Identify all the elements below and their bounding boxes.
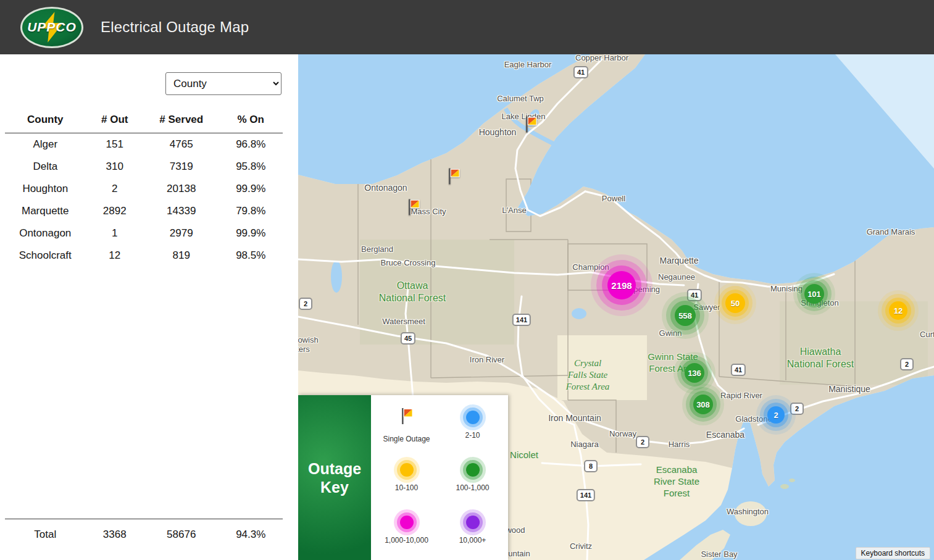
outage-cluster[interactable]: 308 bbox=[693, 395, 713, 414]
table-cell: Ontonagon bbox=[5, 222, 86, 244]
outage-cluster[interactable]: 12 bbox=[889, 301, 907, 320]
total-label: Total bbox=[5, 529, 86, 541]
route-shield: 2 bbox=[790, 403, 804, 415]
map-town-label: untain bbox=[508, 549, 530, 558]
logo-text: UPPCO bbox=[27, 20, 77, 35]
map-forest-label: Nicolet bbox=[510, 449, 538, 461]
map-town-label: Calumet Twp bbox=[497, 94, 544, 103]
legend-title: Outage Key bbox=[306, 459, 363, 496]
map-town-label: Niagara bbox=[570, 440, 599, 449]
table-cell: Alger bbox=[5, 133, 86, 156]
legend-items: Single Outage2-1010-100100-1,0001,000-10… bbox=[371, 395, 508, 560]
cluster-circle-icon bbox=[466, 463, 480, 477]
table-row: Houghton22013899.9% bbox=[5, 178, 283, 200]
map-town-label: Copper Harbor bbox=[575, 54, 628, 62]
cluster-circle-icon bbox=[466, 411, 480, 424]
map-town-label: Norway bbox=[609, 429, 636, 438]
route-shield: 41 bbox=[573, 66, 588, 78]
map-town-label: Rapid River bbox=[720, 391, 762, 400]
app-header: UPPCO Electrical Outage Map bbox=[0, 0, 934, 54]
map-town-label: owish bbox=[298, 335, 319, 345]
table-cell: 2 bbox=[86, 178, 144, 200]
legend-item-label: 10,000+ bbox=[459, 536, 486, 545]
outage-cluster[interactable]: 136 bbox=[685, 363, 704, 383]
map-town-label: Manistique bbox=[828, 384, 870, 394]
route-shield: 41 bbox=[731, 364, 746, 376]
total-served: 58676 bbox=[144, 529, 219, 541]
map-town-label: Houghton bbox=[479, 127, 517, 137]
table-row: Alger151476596.8% bbox=[5, 133, 283, 156]
legend-item: 2-10 bbox=[440, 399, 506, 451]
uppco-logo: UPPCO bbox=[20, 7, 83, 48]
map-town-label: Powell bbox=[602, 194, 625, 203]
table-row: Ontonagon1297999.9% bbox=[5, 222, 283, 244]
col-header-served: # Served bbox=[144, 110, 219, 133]
outage-table: County # Out # Served % On Alger15147659… bbox=[5, 110, 283, 267]
map-forest-label: EscanabaRiver StateForest bbox=[654, 464, 699, 499]
table-cell: Marquette bbox=[5, 200, 86, 222]
table-cell: 99.9% bbox=[219, 178, 283, 200]
table-cell: 98.5% bbox=[219, 244, 283, 267]
legend-item-label: 2-10 bbox=[465, 431, 480, 440]
map-town-label: Bergland bbox=[361, 244, 393, 254]
table-cell: 2979 bbox=[144, 222, 219, 244]
map-forest-label: OttawaNational Forest bbox=[379, 280, 446, 304]
col-header-out: # Out bbox=[86, 110, 144, 133]
keyboard-shortcuts-button[interactable]: Keyboard shortcuts bbox=[856, 547, 930, 559]
route-shield: 141 bbox=[577, 489, 595, 501]
outage-cluster[interactable]: 558 bbox=[675, 305, 696, 326]
total-row: Total 3368 58676 94.3% bbox=[5, 519, 283, 541]
single-outage-flag[interactable] bbox=[406, 198, 422, 219]
legend-item: 10,000+ bbox=[440, 504, 506, 556]
route-shield: 141 bbox=[512, 314, 531, 326]
legend-item: Single Outage bbox=[373, 399, 440, 451]
table-cell: 12 bbox=[86, 244, 144, 267]
single-outage-flag[interactable] bbox=[523, 115, 539, 136]
col-header-pct-on: % On bbox=[219, 110, 283, 133]
map-forest-label: HiawathaNational Forest bbox=[787, 346, 854, 370]
cluster-circle-icon bbox=[466, 516, 480, 529]
table-cell: 4765 bbox=[144, 133, 219, 156]
outage-cluster[interactable]: 101 bbox=[804, 284, 824, 304]
outage-cluster[interactable]: 2198 bbox=[607, 271, 636, 299]
table-cell: Houghton bbox=[5, 178, 86, 200]
table-cell: Delta bbox=[5, 156, 86, 178]
cluster-circle-icon bbox=[400, 516, 414, 529]
legend-item-label: Single Outage bbox=[383, 435, 430, 443]
outage-map[interactable]: Copper HarborEagle HarborCalumet TwpLake… bbox=[298, 54, 934, 560]
table-header-row: County # Out # Served % On bbox=[5, 110, 283, 133]
map-town-label: Sister Bay bbox=[701, 550, 737, 559]
legend-item-label: 10-100 bbox=[395, 483, 418, 492]
sidebar: County County # Out # Served % On Alger1… bbox=[0, 54, 298, 560]
table-cell: 95.8% bbox=[219, 156, 283, 178]
map-town-label: Ontonagon bbox=[364, 183, 407, 193]
table-cell: 2892 bbox=[86, 200, 144, 222]
view-select[interactable]: County bbox=[165, 72, 281, 95]
map-town-label: Champion bbox=[572, 262, 609, 272]
table-cell: 1 bbox=[86, 222, 144, 244]
table-cell: 99.9% bbox=[219, 222, 283, 244]
total-pct-on: 94.3% bbox=[219, 529, 283, 541]
map-town-label: Harris bbox=[669, 440, 690, 449]
route-shield: 45 bbox=[401, 332, 415, 345]
outage-table-body: Alger151476596.8%Delta310731995.8%Hought… bbox=[5, 133, 283, 267]
route-shield: 2 bbox=[299, 298, 312, 310]
table-row: Marquette28921433979.8% bbox=[5, 200, 283, 222]
single-outage-flag-icon bbox=[399, 407, 415, 428]
legend-item-label: 1,000-10,000 bbox=[385, 536, 428, 545]
map-forest-label: CrystalFalls StateForest Area bbox=[566, 357, 610, 392]
map-town-label: Watersmeet bbox=[382, 317, 425, 326]
legend-item: 100-1,000 bbox=[440, 451, 506, 504]
table-row: Delta310731995.8% bbox=[5, 156, 283, 178]
route-shield: 2 bbox=[900, 358, 914, 370]
map-town-label: Iron River bbox=[470, 355, 504, 364]
map-town-label: Curtis bbox=[920, 330, 934, 339]
total-out: 3368 bbox=[86, 529, 144, 541]
route-shield: 2 bbox=[636, 436, 649, 448]
outage-cluster[interactable]: 2 bbox=[767, 406, 785, 424]
single-outage-flag[interactable] bbox=[446, 167, 462, 188]
legend-item: 10-100 bbox=[373, 451, 440, 504]
outage-key-legend: Outage Key Single Outage2-1010-100100-1,… bbox=[298, 395, 508, 560]
page-title: Electrical Outage Map bbox=[101, 19, 249, 36]
outage-cluster[interactable]: 50 bbox=[725, 293, 745, 313]
